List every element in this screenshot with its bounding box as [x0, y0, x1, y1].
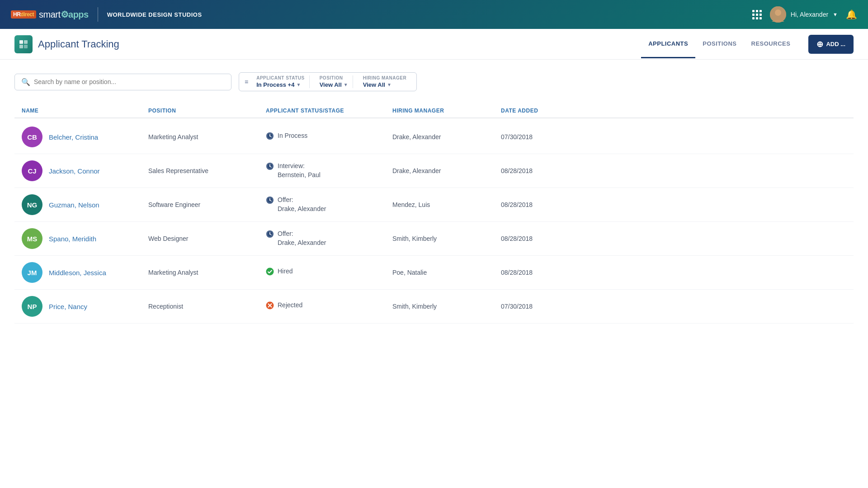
logo-apps: ⚙apps	[61, 9, 89, 20]
cell-status: Interview:Bernstein, Paul	[266, 162, 392, 179]
status-text: Offer:Drake, Alexander	[278, 196, 326, 213]
filter-group: APPLICANT STATUS In Process +4 ▼ POSITIO…	[252, 75, 411, 88]
grid-icon[interactable]	[752, 10, 762, 19]
svg-rect-2	[19, 40, 23, 44]
cell-status: Hired	[266, 267, 392, 278]
table-row-1[interactable]: CJ Jackson, Connor Sales Representative …	[14, 154, 854, 188]
table-row-0[interactable]: CB Belcher, Cristina Marketing Analyst I…	[14, 120, 854, 154]
clock-icon	[266, 196, 274, 206]
cell-name: NP Price, Nancy	[22, 296, 148, 317]
tab-applicants[interactable]: APPLICANTS	[641, 30, 695, 58]
sub-navigation: APPLICANTS POSITIONS RESOURCES ⊕ ADD ...	[641, 30, 854, 58]
svg-rect-3	[24, 40, 28, 44]
notification-bell-icon[interactable]: 🔔	[846, 9, 857, 20]
cell-hiring-manager: Poe, Natalie	[392, 269, 501, 276]
cell-status: Offer:Drake, Alexander	[266, 196, 392, 213]
logo-hr-badge: HRdirect	[11, 10, 36, 19]
col-header-hiring[interactable]: HIRING MANAGER	[392, 108, 501, 114]
avatar	[770, 6, 786, 23]
table-header: NAME POSITION APPLICANT STATUS/STAGE HIR…	[14, 104, 854, 118]
add-button[interactable]: ⊕ ADD ...	[808, 35, 854, 54]
cell-hiring-manager: Drake, Alexander	[392, 167, 501, 174]
applicant-name[interactable]: Belcher, Cristina	[49, 133, 98, 141]
tab-positions[interactable]: POSITIONS	[695, 30, 744, 58]
cell-name: CB Belcher, Cristina	[22, 127, 148, 147]
position-chevron-icon: ▼	[344, 82, 348, 87]
sub-header: Applicant Tracking APPLICANTS POSITIONS …	[0, 29, 868, 60]
status-text: Hired	[278, 267, 292, 276]
cell-hiring-manager: Drake, Alexander	[392, 133, 501, 141]
col-header-name[interactable]: NAME	[22, 108, 148, 114]
cell-name: MS Spano, Meridith	[22, 228, 148, 249]
table-row: MS Spano, Meridith Web Designer Offer:Dr…	[14, 222, 854, 256]
search-box[interactable]: 🔍	[14, 74, 231, 90]
svg-point-20	[269, 200, 270, 201]
avatar-circle: NP	[22, 296, 42, 317]
app-icon	[14, 35, 33, 53]
tab-resources[interactable]: RESOURCES	[744, 30, 798, 58]
cell-status: Offer:Drake, Alexander	[266, 230, 392, 247]
table-body: CB Belcher, Cristina Marketing Analyst I…	[14, 120, 854, 324]
avatar-circle: CB	[22, 127, 42, 147]
page-title: Applicant Tracking	[38, 38, 119, 50]
svg-point-26	[266, 268, 274, 276]
svg-rect-5	[24, 45, 28, 48]
applicant-status-filter[interactable]: APPLICANT STATUS In Process +4 ▼	[252, 75, 310, 88]
cell-date-added: 08/28/2018	[501, 167, 582, 174]
svg-point-10	[269, 136, 270, 136]
company-name: WORLDWIDE DESIGN STUDIOS	[107, 11, 202, 18]
logo[interactable]: HRdirect smart ⚙apps	[11, 9, 89, 20]
avatar-circle: JM	[22, 262, 42, 283]
table-row-4[interactable]: JM Middleson, Jessica Marketing Analyst …	[14, 256, 854, 289]
greeting-text: Hi, Alexander	[791, 11, 828, 18]
col-header-date[interactable]: DATE ADDED	[501, 108, 582, 114]
filter-icon: ≡	[245, 78, 248, 85]
search-input[interactable]	[34, 78, 225, 85]
status-text: Interview:Bernstein, Paul	[278, 162, 321, 179]
col-header-position[interactable]: POSITION	[148, 108, 266, 114]
applicant-name[interactable]: Spano, Meridith	[49, 235, 96, 243]
search-icon: 🔍	[21, 78, 30, 86]
cell-status: In Process	[266, 131, 392, 142]
filters-row: 🔍 ≡ APPLICANT STATUS In Process +4 ▼ POS…	[14, 72, 854, 91]
avatar-circle: CJ	[22, 160, 42, 181]
cell-position: Web Designer	[148, 235, 266, 242]
cell-position: Software Engineer	[148, 201, 266, 208]
table-row-5[interactable]: NP Price, Nancy Receptionist Rejected Sm…	[14, 290, 854, 323]
svg-point-1	[775, 9, 781, 16]
cell-name: CJ Jackson, Connor	[22, 160, 148, 181]
hiring-manager-filter[interactable]: HIRING MANAGER View All ▼	[359, 75, 411, 88]
cell-position: Sales Representative	[148, 167, 266, 174]
cell-position: Marketing Analyst	[148, 133, 266, 141]
cell-date-added: 07/30/2018	[501, 133, 582, 141]
cell-name: JM Middleson, Jessica	[22, 262, 148, 283]
user-menu[interactable]: Hi, Alexander ▼	[770, 6, 838, 23]
svg-rect-4	[19, 45, 23, 48]
applicant-name[interactable]: Price, Nancy	[49, 303, 87, 310]
applicant-name[interactable]: Middleson, Jessica	[49, 269, 106, 277]
applicant-name[interactable]: Guzman, Nelson	[49, 201, 99, 209]
status-text: Rejected	[278, 301, 302, 310]
table-row-3[interactable]: MS Spano, Meridith Web Designer Offer:Dr…	[14, 222, 854, 255]
status-text: Offer:Drake, Alexander	[278, 230, 326, 247]
svg-point-25	[269, 234, 270, 235]
cell-date-added: 07/30/2018	[501, 303, 582, 310]
table-row: JM Middleson, Jessica Marketing Analyst …	[14, 256, 854, 290]
position-filter[interactable]: POSITION View All ▼	[315, 75, 353, 88]
logo-smart: smart	[39, 9, 61, 20]
main-content: 🔍 ≡ APPLICANT STATUS In Process +4 ▼ POS…	[0, 60, 868, 488]
filter-chips: ≡ APPLICANT STATUS In Process +4 ▼ POSIT…	[239, 72, 417, 91]
rejected-icon	[266, 301, 274, 312]
table-row: NG Guzman, Nelson Software Engineer Offe…	[14, 188, 854, 222]
col-header-status[interactable]: APPLICANT STATUS/STAGE	[266, 108, 392, 114]
table-row-2[interactable]: NG Guzman, Nelson Software Engineer Offe…	[14, 188, 854, 221]
nav-right: Hi, Alexander ▼ 🔔	[752, 6, 857, 23]
svg-point-15	[269, 166, 270, 167]
add-plus-icon: ⊕	[816, 39, 823, 49]
user-chevron-icon: ▼	[833, 12, 838, 17]
table-row: CB Belcher, Cristina Marketing Analyst I…	[14, 120, 854, 154]
applicant-name[interactable]: Jackson, Connor	[49, 167, 100, 175]
top-navigation: HRdirect smart ⚙apps WORLDWIDE DESIGN ST…	[0, 0, 868, 29]
cell-hiring-manager: Smith, Kimberly	[392, 303, 501, 310]
hired-icon	[266, 267, 274, 278]
